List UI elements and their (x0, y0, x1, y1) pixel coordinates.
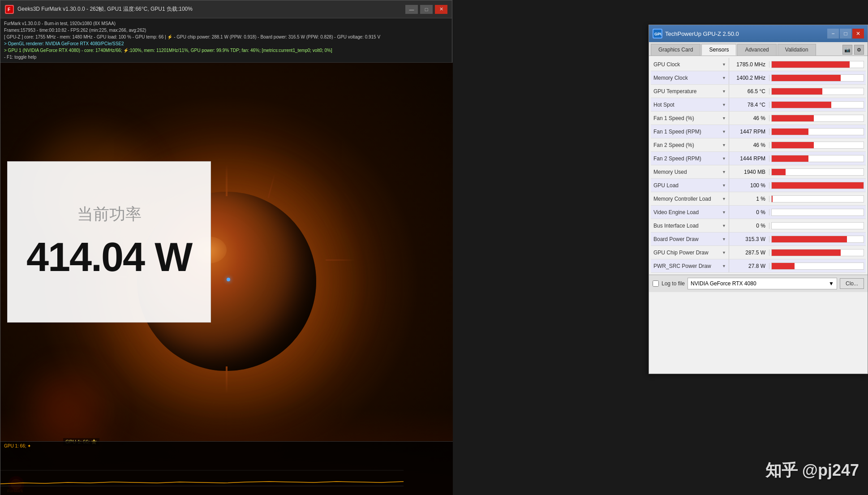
gpuz-maximize-button[interactable]: □ (840, 29, 851, 39)
sensor-bar (772, 263, 795, 269)
sensor-dropdown-arrow-icon: ▼ (722, 156, 726, 161)
sensor-name-dropdown[interactable]: Hot Spot▼ (651, 98, 729, 111)
tab-graphics-card[interactable]: Graphics Card (651, 44, 700, 56)
sensor-name-dropdown[interactable]: Video Engine Load▼ (651, 206, 729, 219)
sensor-dropdown-arrow-icon: ▼ (722, 183, 726, 188)
sensor-name-dropdown[interactable]: PWR_SRC Power Draw▼ (651, 259, 729, 272)
furmark-icon: F (5, 5, 14, 14)
sensor-value: 1444 RPM (729, 155, 769, 162)
sensor-name-dropdown[interactable]: Board Power Draw▼ (651, 232, 729, 245)
gpuz-minimize-button[interactable]: − (827, 29, 839, 39)
sensor-bar-container (771, 168, 864, 176)
spike-tr (267, 174, 275, 198)
sensor-name-dropdown[interactable]: Memory Used▼ (651, 165, 729, 178)
sensor-bar (772, 155, 808, 162)
sensor-name-dropdown[interactable]: Fan 2 Speed (RPM)▼ (651, 152, 729, 165)
sensor-name-dropdown[interactable]: GPU Clock▼ (651, 58, 729, 71)
sensor-value: 0 % (729, 209, 769, 215)
sensor-bar-container (771, 249, 864, 256)
sensor-name-label: Bus Interface Load (653, 223, 699, 229)
sensor-bar (772, 102, 831, 108)
tab-validation[interactable]: Validation (778, 44, 816, 56)
tab-sensors[interactable]: Sensors (701, 44, 736, 56)
sensor-name-label: GPU Load (653, 182, 679, 189)
furmark-maximize-button[interactable]: □ (420, 5, 433, 14)
sensor-dropdown-arrow-icon: ▼ (722, 76, 726, 80)
sensor-row: Hot Spot▼78.4 °C (651, 98, 866, 112)
sensor-bar (772, 115, 814, 121)
sensor-name-dropdown[interactable]: Memory Clock▼ (651, 71, 729, 84)
sensor-bar (772, 169, 786, 175)
sensor-name-dropdown[interactable]: Fan 1 Speed (%)▼ (651, 112, 729, 125)
power-overlay: 当前功率 414.04 W (7, 161, 211, 323)
sensor-row: Memory Clock▼1400.2 MHz (651, 71, 866, 85)
sensor-name-dropdown[interactable]: Fan 1 Speed (RPM)▼ (651, 125, 729, 138)
sensor-value: 287.5 W (729, 250, 769, 256)
sensor-bar (772, 142, 814, 148)
sensor-value: 100 % (729, 182, 769, 189)
gpuz-tab-icons: 📷 ⚙ (842, 44, 866, 56)
gpuz-title: TechPowerUp GPU-Z 2.50.0 (665, 30, 827, 37)
sensor-bar (772, 236, 847, 242)
sensor-bar (772, 182, 864, 189)
spike-top (226, 165, 228, 196)
sensor-name-label: PWR_SRC Power Draw (653, 263, 711, 269)
gpuz-settings-icon[interactable]: ⚙ (854, 45, 864, 55)
sensor-name-dropdown[interactable]: Memory Controller Load▼ (651, 192, 729, 205)
furball-dot (227, 278, 230, 281)
sensor-bar (772, 250, 841, 256)
gpuz-camera-icon[interactable]: 📷 (842, 45, 852, 55)
gpu-selector-dropdown[interactable]: NVIDIA GeForce RTX 4080 ▼ (688, 278, 837, 289)
sensor-row: Memory Controller Load▼1 % (651, 192, 866, 206)
sensor-value: 46 % (729, 142, 769, 148)
sensor-bar-container (771, 236, 864, 243)
log-to-file-checkbox[interactable] (653, 280, 659, 287)
sensor-name-label: Hot Spot (653, 102, 675, 108)
info-line-1: FurMark v1.30.0.0 - Burn-in test, 1920x1… (4, 20, 448, 27)
gpuz-bottom-bar: Log to file NVIDIA GeForce RTX 4080 ▼ Cl… (649, 275, 868, 292)
sensor-bar-container (771, 155, 864, 162)
sensor-name-dropdown[interactable]: GPU Temperature▼ (651, 85, 729, 98)
sensor-row: Bus Interface Load▼0 % (651, 219, 866, 232)
sensor-dropdown-arrow-icon: ▼ (722, 129, 726, 134)
sensor-bar-container (771, 142, 864, 149)
sensor-row: Fan 1 Speed (RPM)▼1447 RPM (651, 125, 866, 138)
sensor-bar-container (771, 128, 864, 135)
svg-text:GPU: GPU (654, 32, 662, 36)
spike-right (326, 259, 355, 261)
sensor-row: Memory Used▼1940 MB (651, 165, 866, 179)
tab-advanced[interactable]: Advanced (737, 44, 776, 56)
sensor-value: 1 % (729, 196, 769, 202)
sensor-dropdown-arrow-icon: ▼ (722, 116, 726, 121)
gpuz-titlebar: GPU TechPowerUp GPU-Z 2.50.0 − □ ✕ (649, 25, 868, 42)
sensor-name-label: Fan 2 Speed (%) (653, 142, 694, 148)
sensor-bar-container (771, 222, 864, 229)
sensor-name-dropdown[interactable]: GPU Chip Power Draw▼ (651, 246, 729, 259)
info-line-6: - F1: toggle help (4, 54, 448, 60)
sensor-name-dropdown[interactable]: GPU Load▼ (651, 179, 729, 192)
sensor-name-dropdown[interactable]: Fan 2 Speed (%)▼ (651, 138, 729, 151)
sensor-row: Fan 2 Speed (%)▼46 % (651, 138, 866, 152)
sensor-row: GPU Load▼100 % (651, 179, 866, 192)
power-label: 当前功率 (77, 203, 142, 225)
sensor-bar-container (771, 101, 864, 108)
sensor-value: 1785.0 MHz (729, 61, 769, 68)
sensor-value: 46 % (729, 115, 769, 121)
furmark-render-bg: 当前功率 414.04 W GPU 1: 66; ⭐ FurMark (0, 63, 453, 495)
graph-area: GPU 1: 66; ✦ (0, 441, 453, 495)
furmark-canvas: 当前功率 414.04 W GPU 1: 66; ⭐ FurMark (0, 63, 453, 495)
sensor-row: GPU Chip Power Draw▼287.5 W (651, 246, 866, 259)
furmark-minimize-button[interactable]: — (405, 5, 418, 14)
sensor-bar-container (771, 74, 864, 82)
sensor-name-dropdown[interactable]: Bus Interface Load▼ (651, 219, 729, 232)
furmark-close-button[interactable]: ✕ (435, 5, 447, 14)
furmark-titlebar: F Geeks3D FurMark v1.30.0.0 - 262帧, GPU1… (0, 0, 452, 18)
gpuz-close-button[interactable]: ✕ (852, 29, 864, 39)
sensor-bar (772, 196, 773, 202)
sensor-bar-container (771, 115, 864, 122)
sensor-name-label: GPU Chip Power Draw (653, 250, 709, 256)
sensor-name-label: Fan 2 Speed (RPM) (653, 155, 701, 162)
gpuz-close-btn[interactable]: Clo... (840, 278, 864, 289)
sensor-name-label: Memory Used (653, 169, 687, 175)
sensor-value: 1940 MB (729, 169, 769, 175)
